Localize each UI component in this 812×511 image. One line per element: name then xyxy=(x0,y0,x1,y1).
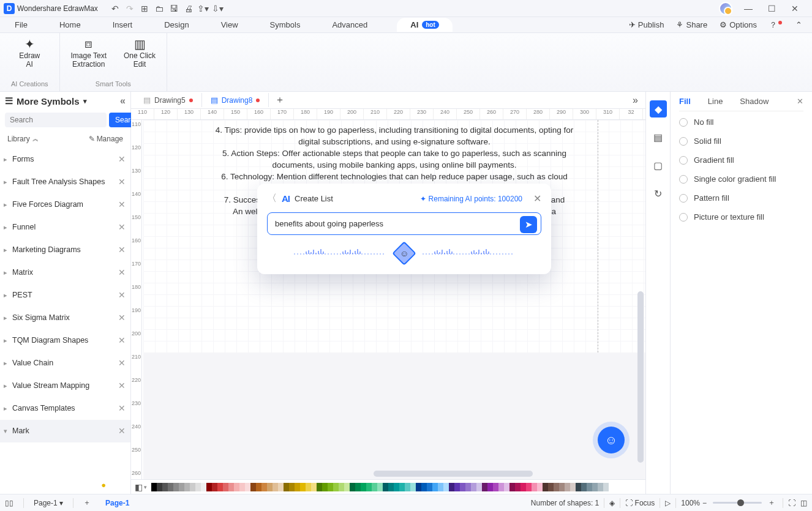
color-swatch[interactable] xyxy=(388,483,394,491)
remove-category-button[interactable]: ✕ xyxy=(118,313,126,323)
history-tool-button[interactable]: ↻ xyxy=(650,185,667,202)
color-swatch[interactable] xyxy=(559,483,565,491)
color-swatch[interactable] xyxy=(399,483,405,491)
color-swatch[interactable] xyxy=(592,483,598,491)
remove-category-button[interactable]: ✕ xyxy=(118,358,126,368)
fill-color-picker-button[interactable]: ◧ xyxy=(135,482,147,492)
send-prompt-button[interactable]: ➤ xyxy=(520,216,537,233)
ai-assistant-floating-button[interactable]: ☺ xyxy=(598,427,625,453)
color-swatch[interactable] xyxy=(543,483,548,491)
color-swatch[interactable] xyxy=(261,483,267,491)
color-swatch[interactable] xyxy=(173,483,179,491)
collapse-ribbon-button[interactable]: ⌃ xyxy=(795,20,802,29)
remove-category-button[interactable]: ✕ xyxy=(118,426,126,436)
color-swatch[interactable] xyxy=(361,483,366,491)
symbols-category-item[interactable]: ▸Six Sigma Matrix✕ xyxy=(0,307,130,329)
menu-symbols[interactable]: Symbols xyxy=(268,19,303,31)
open-button[interactable]: 🗀 xyxy=(152,1,167,16)
page-selector[interactable]: Page-1 ▾ xyxy=(34,499,63,507)
remove-category-button[interactable]: ✕ xyxy=(118,267,126,277)
color-swatch[interactable] xyxy=(250,483,256,491)
remove-category-button[interactable]: ✕ xyxy=(118,200,126,209)
color-swatch[interactable] xyxy=(383,483,388,491)
menu-home[interactable]: Home xyxy=(57,19,83,31)
color-swatch[interactable] xyxy=(603,483,609,491)
color-swatch[interactable] xyxy=(377,483,383,491)
color-swatch[interactable] xyxy=(201,483,206,491)
color-swatch[interactable] xyxy=(405,483,410,491)
fit-width-button[interactable]: ◫ xyxy=(800,499,807,507)
color-swatch[interactable] xyxy=(521,483,526,491)
color-swatch[interactable] xyxy=(509,483,515,491)
color-swatch[interactable] xyxy=(273,483,278,491)
color-swatch[interactable] xyxy=(322,483,328,491)
redo-button[interactable]: ↷ xyxy=(122,1,137,16)
color-swatch[interactable] xyxy=(333,483,339,491)
menu-ai[interactable]: AI hot xyxy=(397,18,453,32)
page-tool-button[interactable]: ▤ xyxy=(650,129,667,146)
fill-tool-button[interactable]: ◆ xyxy=(650,100,667,117)
import-button[interactable]: ⇩▾ xyxy=(211,1,225,16)
color-swatch[interactable] xyxy=(223,483,228,491)
color-swatch[interactable] xyxy=(581,483,587,491)
symbols-category-item[interactable]: ▸Value Chain✕ xyxy=(0,352,130,375)
close-panel-button[interactable]: ✕ xyxy=(797,97,803,106)
help-button[interactable]: ？ xyxy=(769,20,783,31)
color-swatch[interactable] xyxy=(168,483,173,491)
remove-category-button[interactable]: ✕ xyxy=(118,222,126,232)
color-swatch[interactable] xyxy=(504,483,509,491)
color-swatch[interactable] xyxy=(245,483,250,491)
color-swatch[interactable] xyxy=(421,483,427,491)
color-swatch[interactable] xyxy=(548,483,554,491)
color-swatch[interactable] xyxy=(554,483,559,491)
symbols-category-item[interactable]: ▸Matrix✕ xyxy=(0,261,130,284)
color-swatch[interactable] xyxy=(217,483,223,491)
tab-line[interactable]: Line xyxy=(708,97,723,106)
close-popup-button[interactable]: ✕ xyxy=(533,193,541,204)
vertical-scrollbar[interactable] xyxy=(637,291,644,463)
layout-tool-button[interactable]: ▢ xyxy=(650,157,667,174)
color-swatch[interactable] xyxy=(328,483,333,491)
presentation-button[interactable]: ▷ xyxy=(665,499,671,507)
back-button[interactable]: 〈 xyxy=(267,192,277,205)
remove-category-button[interactable]: ✕ xyxy=(118,154,126,164)
remove-category-button[interactable]: ✕ xyxy=(118,403,126,413)
document-tab-2[interactable]: ▤ Drawing8 xyxy=(202,93,269,107)
color-swatch[interactable] xyxy=(184,483,190,491)
color-swatch[interactable] xyxy=(212,483,217,491)
color-swatch[interactable] xyxy=(565,483,570,491)
color-swatch[interactable] xyxy=(587,483,592,491)
menu-view[interactable]: View xyxy=(219,19,241,31)
color-swatch[interactable] xyxy=(515,483,521,491)
color-swatch[interactable] xyxy=(598,483,603,491)
color-swatch[interactable] xyxy=(372,483,377,491)
fill-option-radio[interactable]: Picture or texture fill xyxy=(679,212,803,222)
color-swatch[interactable] xyxy=(300,483,306,491)
color-swatch[interactable] xyxy=(465,483,471,491)
color-swatch[interactable] xyxy=(570,483,576,491)
layers-button[interactable]: ◈ xyxy=(609,499,615,507)
menu-advanced[interactable]: Advanced xyxy=(329,19,370,31)
color-swatch[interactable] xyxy=(195,483,201,491)
color-swatch[interactable] xyxy=(493,483,498,491)
color-swatch[interactable] xyxy=(443,483,449,491)
symbols-search-input[interactable] xyxy=(5,113,107,127)
color-swatch[interactable] xyxy=(410,483,416,491)
new-button[interactable]: ⊞ xyxy=(137,1,152,16)
color-swatch[interactable] xyxy=(267,483,273,491)
minimize-button[interactable]: — xyxy=(741,1,756,16)
add-page-button[interactable]: ＋ xyxy=(83,498,91,508)
symbols-category-item[interactable]: ▸Fault Tree Analysis Shapes✕ xyxy=(0,171,130,193)
add-document-tab-button[interactable]: ＋ xyxy=(269,94,291,106)
expand-tabs-button[interactable]: » xyxy=(625,95,645,106)
color-swatch[interactable] xyxy=(344,483,350,491)
symbols-category-item[interactable]: ▸Marketing Diagrams✕ xyxy=(0,239,130,261)
print-button[interactable]: 🖨 xyxy=(181,1,196,16)
horizontal-scrollbar[interactable] xyxy=(374,471,533,477)
symbols-category-item[interactable]: ▸Value Stream Mapping✕ xyxy=(0,375,130,397)
color-swatch[interactable] xyxy=(416,483,421,491)
menu-insert[interactable]: Insert xyxy=(110,19,135,31)
symbols-category-list[interactable]: ▸Forms✕▸Fault Tree Analysis Shapes✕▸Five… xyxy=(0,148,130,480)
color-swatch[interactable] xyxy=(498,483,504,491)
color-swatch[interactable] xyxy=(206,483,212,491)
